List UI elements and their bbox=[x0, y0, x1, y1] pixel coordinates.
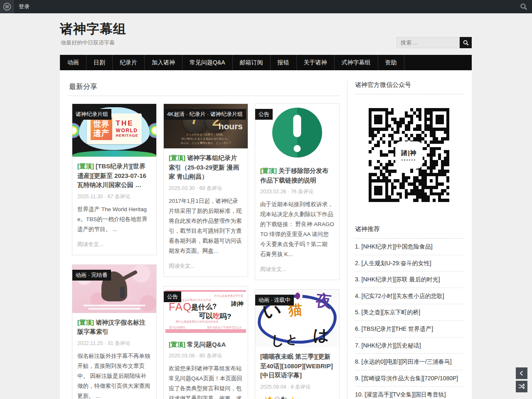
thumb-kanji: 夜 bbox=[315, 292, 332, 310]
recommend-item[interactable]: 5. [美之壶][东京下町的桥] bbox=[355, 304, 463, 321]
post-thumbnail[interactable]: い 夜 猫 は と し 动画 · 连载中 bbox=[255, 290, 339, 347]
read-more-link[interactable]: 阅读全文... bbox=[169, 262, 195, 270]
nav-item-jdrama[interactable]: 日剧 bbox=[86, 55, 112, 70]
recommend-item[interactable]: 2. [人生规划U-29:奋斗的女性] bbox=[355, 255, 463, 272]
nav-item-mail-subscribe[interactable]: 邮箱订阅 bbox=[232, 55, 270, 70]
thumb-en-line: HERITAGE bbox=[116, 133, 138, 138]
sticky-label: [置顶] bbox=[77, 319, 94, 326]
sticky-label: [置顶] bbox=[169, 154, 185, 161]
thumbnail-decoration bbox=[165, 329, 246, 333]
post-meta: 2022.11.25 · 31 条评论 bbox=[77, 340, 151, 347]
thumb-note: 我不喜欢这个字幕样式怎么办 bbox=[207, 326, 241, 330]
thumb-note: 我可以转载吗 bbox=[169, 326, 185, 330]
post-thumbnail[interactable]: 动画 · 完结番 bbox=[72, 265, 156, 313]
post-title-link[interactable]: [置顶]关于移除部分发布作品下载链接的说明 bbox=[260, 166, 334, 185]
site-tagline: 做最好的中日双语字幕 bbox=[61, 39, 115, 47]
recommend-item[interactable]: 9. [宫崎骏导演作品大合集][720P/1080P] bbox=[355, 370, 463, 387]
nav-item-about[interactable]: 关于诸神 bbox=[296, 55, 334, 70]
search-icon bbox=[463, 39, 469, 46]
thumb-faq-text: FAQ bbox=[169, 301, 192, 313]
post-badge: 公告 bbox=[164, 291, 181, 302]
thumb-kana: し bbox=[271, 333, 285, 347]
shuffle-icon bbox=[518, 383, 525, 390]
post-card: 世界遗产 THE WORLD HERITAGE 诸神纪录片组 bbox=[72, 103, 157, 255]
post-badge: 动画 · 连载中 bbox=[255, 295, 294, 305]
post-badge: 动画 · 完结番 bbox=[72, 270, 111, 281]
nav-item-shikigami[interactable]: 式神字幕组 bbox=[334, 55, 378, 70]
recommend-item[interactable]: 3. [NHK纪录片][苏联 最后的时光] bbox=[355, 271, 463, 288]
nav-item-faq[interactable]: 常见问题Q&A bbox=[182, 55, 232, 70]
search-box bbox=[397, 37, 472, 48]
recommend-item[interactable]: 7. [NHK纪录片][历史秘话] bbox=[355, 337, 463, 354]
thumb-cn-title: 世界遗产 bbox=[91, 117, 112, 140]
group-logo: 諸|神 bbox=[231, 300, 244, 308]
thumb-caption: 人々が行き交う街角で、3日間。 同じ時代にたまたま居あわせた私たち。 みんな、ど… bbox=[172, 133, 239, 145]
nav-item-documentary[interactable]: 纪录片 bbox=[112, 55, 144, 70]
post-excerpt: 欢迎您来到诸神字幕组发布站常见问题Q&A页面！本页面回应了各类典型留言和疑问，包… bbox=[169, 364, 243, 399]
post-card: 7 2 hours 人々が行き交う街角で、3日間。 同じ時代にたまたま居あわせた… bbox=[163, 103, 248, 277]
thumb-en-line: WORLD bbox=[116, 128, 138, 133]
posts-grid: 世界遗产 THE WORLD HERITAGE 诸神纪录片组 bbox=[72, 103, 340, 399]
post-title-link[interactable]: [喵喵夜未眠 第三季][更新至40话][1080P][WEBRIP][中日双语字… bbox=[260, 352, 334, 380]
thumb-note: 为什么度盘里看没有字幕 bbox=[214, 294, 243, 298]
figure-decoration bbox=[120, 286, 125, 298]
adminbar-search-icon[interactable] bbox=[520, 2, 528, 11]
thumbnail-decoration bbox=[72, 150, 156, 157]
post-title-link[interactable]: [置顶][TBS纪录片][世界遗産][更新至 2023-07-16 瓦特纳冰川国… bbox=[77, 162, 151, 190]
recommend-item[interactable]: 10. [灌篮高手][TV全集][国日粤音轨] bbox=[355, 387, 463, 399]
previous-page-button[interactable] bbox=[516, 367, 527, 379]
sidebar: 诸神官方微信公众号 諸|神 诸神推荐 1. [NHK纪录片][中国危险食品] 2… bbox=[355, 81, 463, 399]
post-excerpt: 假名标注版外挂字幕不再单独开贴，直接附到发布文章页中。 因标注版是后期陆续补做的… bbox=[77, 351, 151, 399]
post-meta: 2020.03.08 · 85 条评论 bbox=[169, 352, 243, 360]
nav-item-donate[interactable]: 资助 bbox=[378, 55, 404, 70]
post-title-link[interactable]: [置顶]常见问题Q&A bbox=[169, 340, 243, 350]
nav-item-anime[interactable]: 动画 bbox=[60, 55, 86, 70]
nav-item-join[interactable]: 加入诸神 bbox=[144, 55, 182, 70]
posts-column: 7 2 hours 人々が行き交う街角で、3日間。 同じ時代にたまたま居あわせた… bbox=[163, 103, 248, 399]
thumb-hours-text: hours bbox=[219, 121, 243, 131]
exclamation-bar bbox=[293, 115, 301, 137]
random-post-button[interactable] bbox=[516, 381, 527, 392]
qr-center-logo: 諸|神 bbox=[397, 143, 421, 167]
post-thumbnail[interactable]: 公告 bbox=[255, 104, 339, 161]
posts-column: 世界遗产 THE WORLD HERITAGE 诸神纪录片组 bbox=[72, 103, 157, 399]
recommend-list: 1. [NHK纪录片][中国危险食品] 2. [人生规划U-29:奋斗的女性] … bbox=[355, 239, 463, 399]
recommend-item[interactable]: 4. [纪实72小时][关东煮小店的悲歌] bbox=[355, 288, 463, 305]
post-badge: 诸神纪录片组 bbox=[72, 109, 111, 120]
group-logo: 諸|神 bbox=[401, 149, 416, 157]
post-meta: 2025.09.04 · 6 条评论 bbox=[260, 384, 334, 391]
post-card: FAQ 是什么? 可以吃吗? 諸|神 为什么度盘里看没有字幕 这部动画这么好看你… bbox=[163, 286, 248, 399]
login-link[interactable]: 登录 bbox=[19, 3, 30, 10]
nav-item-report-error[interactable]: 报错 bbox=[270, 55, 296, 70]
search-input[interactable] bbox=[397, 37, 460, 48]
recommend-item[interactable]: 8. [永远的0][电影][冈田准一/三浦春马] bbox=[355, 354, 463, 370]
post-body: [置顶][TBS纪录片][世界遗産][更新至 2023-07-16 瓦特纳冰川国… bbox=[72, 157, 156, 255]
wechat-widget-title: 诸神官方微信公众号 bbox=[355, 81, 463, 94]
post-body: [置顶]常见问题Q&A 2020.03.08 · 85 条评论 欢迎您来到诸神字… bbox=[164, 335, 248, 399]
exclamation-dot bbox=[294, 145, 301, 152]
post-badge: 公告 bbox=[255, 109, 273, 120]
post-thumbnail[interactable]: 世界遗产 THE WORLD HERITAGE 诸神纪录片组 bbox=[72, 104, 156, 157]
post-thumbnail[interactable]: FAQ 是什么? 可以吃吗? 諸|神 为什么度盘里看没有字幕 这部动画这么好看你… bbox=[164, 286, 248, 335]
post-thumbnail[interactable]: 7 2 hours 人々が行き交う街角で、3日間。 同じ時代にたまたま居あわせた… bbox=[164, 104, 248, 148]
chevron-left-icon bbox=[518, 369, 525, 377]
exclamation-icon bbox=[272, 108, 322, 158]
recommend-item[interactable]: 6. [TBS纪录片][THE 世界遗产] bbox=[355, 321, 463, 337]
read-more-link[interactable]: 阅读全文... bbox=[77, 241, 103, 248]
site-header: 诸神字幕组 做最好的中日双语字幕 bbox=[0, 13, 532, 55]
thumb-question-part: 可以 bbox=[199, 311, 213, 320]
posts-column: 公告 [置顶]关于移除部分发布作品下载链接的说明 2023.02.26 · 76… bbox=[255, 103, 340, 399]
post-excerpt: 世界遗产 The World Heritage。TBS的一档介绍各地世界遗产的节… bbox=[77, 204, 151, 234]
post-body: [置顶]关于移除部分发布作品下载链接的说明 2023.02.26 · 76 条评… bbox=[255, 161, 339, 280]
wordpress-logo[interactable]: W bbox=[0, 0, 14, 13]
search-button[interactable] bbox=[460, 37, 472, 48]
wordpress-logo-icon: W bbox=[3, 2, 11, 11]
thumb-question-part: 吃 bbox=[213, 312, 220, 320]
recommend-item[interactable]: 1. [NHK纪录片][中国危险食品] bbox=[355, 239, 463, 255]
post-title-link[interactable]: [置顶]诸神字幕组纪录片索引（25-03-29更新 漫画家 青山刚昌） bbox=[169, 153, 243, 182]
site-title[interactable]: 诸神字幕组 bbox=[60, 20, 126, 38]
read-more-link[interactable]: 阅读全文... bbox=[260, 266, 286, 273]
post-title-link[interactable]: [置顶]诸神汉字假名标注版字幕索引 bbox=[77, 318, 151, 337]
thumb-question-part: 吗? bbox=[220, 312, 232, 320]
main-navigation: 动画 日剧 纪录片 加入诸神 常见问题Q&A 邮箱订阅 报错 关于诸神 式神字幕… bbox=[60, 55, 472, 70]
